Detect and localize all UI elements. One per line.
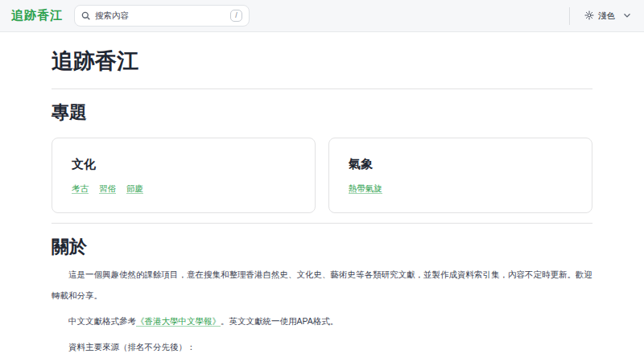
chevron-down-icon — [623, 11, 631, 21]
link-tropical-cyclone[interactable]: 熱帶氣旋 — [349, 182, 382, 195]
sun-icon — [584, 10, 594, 22]
about-paragraph-format: 中文文獻格式參考《香港大學中文學報》。英文文獻統一使用APA格式。 — [52, 311, 592, 331]
main-content: 追跡香江 專題 文化 考古 習俗 節慶 氣象 熱帶氣旋 關於 這是一個興趣使然的… — [0, 32, 644, 357]
card-culture: 文化 考古 習俗 節慶 — [52, 138, 316, 213]
about-paragraph-intro: 這是一個興趣使然的課餘項目，意在搜集和整理香港自然史、文化史、藝術史等各類研究文… — [52, 264, 592, 306]
search-icon — [81, 9, 90, 23]
search-input[interactable]: 搜索內容 / — [74, 5, 250, 27]
topic-cards: 文化 考古 習俗 節慶 氣象 熱帶氣旋 — [52, 138, 592, 213]
card-title: 氣象 — [349, 156, 572, 172]
about-heading: 關於 — [52, 223, 592, 259]
navbar-right: 淺色 — [569, 7, 631, 25]
format-text-before: 中文文獻格式參考 — [68, 316, 136, 326]
about-text: 這是一個興趣使然的課餘項目，意在搜集和整理香港自然史、文化史、藝術史等各類研究文… — [52, 264, 592, 357]
about-paragraph-sources: 資料主要來源（排名不分先後）： — [52, 336, 592, 357]
card-links: 考古 習俗 節慶 — [72, 182, 295, 195]
page-title: 追跡香江 — [52, 48, 592, 74]
navbar: 追跡香江 搜索內容 / 淺色 — [0, 0, 644, 32]
navbar-divider — [569, 7, 570, 25]
card-title: 文化 — [72, 156, 295, 172]
theme-switcher[interactable]: 淺色 — [584, 10, 631, 22]
card-links: 熱帶氣旋 — [349, 182, 572, 195]
link-festivals[interactable]: 節慶 — [126, 182, 143, 195]
search-placeholder: 搜索內容 — [95, 10, 225, 22]
link-hku-chinese-journal[interactable]: 《香港大學中文學報》 — [136, 316, 221, 326]
theme-label: 淺色 — [598, 10, 615, 22]
topics-heading: 專題 — [52, 88, 592, 125]
link-archaeology[interactable]: 考古 — [72, 182, 89, 195]
search-shortcut-key: / — [230, 10, 242, 22]
site-logo[interactable]: 追跡香江 — [11, 8, 63, 23]
card-meteorology: 氣象 熱帶氣旋 — [328, 138, 592, 213]
link-customs[interactable]: 習俗 — [99, 182, 116, 195]
format-text-after: 。英文文獻統一使用APA格式。 — [221, 316, 338, 326]
